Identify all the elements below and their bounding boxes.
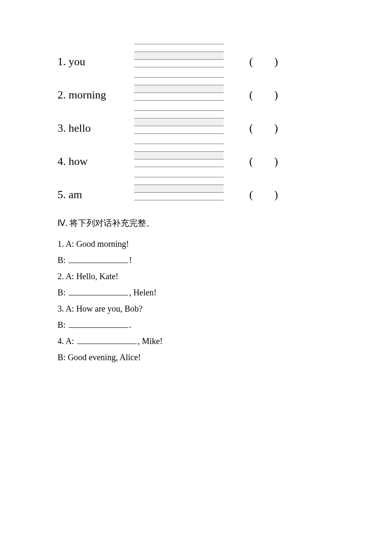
exercise-row: 3. hello ( ) bbox=[58, 109, 337, 142]
dialogue-line: 4. A: , Mike! bbox=[58, 333, 337, 349]
line-suffix: , Mike! bbox=[138, 336, 163, 346]
paren-close: ) bbox=[274, 188, 278, 201]
word-label: 2. morning bbox=[58, 84, 134, 101]
line-prefix: B: bbox=[58, 320, 68, 330]
exercise-row: 4. how ( ) bbox=[58, 142, 337, 176]
paren-close: ) bbox=[274, 122, 278, 135]
item-number: 2. bbox=[58, 89, 69, 101]
answer-paren[interactable]: ( ) bbox=[249, 84, 278, 101]
dialogue-line: B: , Helen! bbox=[58, 284, 337, 301]
paren-open: ( bbox=[249, 55, 253, 68]
item-word: how bbox=[69, 155, 88, 168]
section-4-title: Ⅳ. 将下列对话补充完整。 bbox=[58, 217, 337, 229]
fill-blank[interactable] bbox=[77, 336, 137, 344]
answer-paren[interactable]: ( ) bbox=[249, 183, 278, 201]
line-suffix: , Helen! bbox=[129, 288, 156, 297]
line-prefix: 4. A: bbox=[58, 336, 76, 346]
exercise-row: 1. you ( ) bbox=[58, 43, 337, 76]
word-label: 3. hello bbox=[58, 117, 134, 135]
dialogue-line: B: . bbox=[58, 317, 337, 333]
answer-paren[interactable]: ( ) bbox=[249, 50, 278, 68]
line-suffix: ! bbox=[129, 255, 132, 265]
line-text: 2. A: Hello, Kate! bbox=[58, 272, 118, 281]
handwriting-lines[interactable] bbox=[134, 177, 224, 200]
dialogue-line: B: Good evening, Alice! bbox=[58, 349, 337, 365]
part1-word-list: 1. you ( ) 2. morning ( ) 3. hello bbox=[58, 43, 337, 209]
item-word: you bbox=[69, 55, 85, 68]
dialogue-line: 3. A: How are you, Bob? bbox=[58, 301, 337, 317]
handwriting-lines[interactable] bbox=[134, 144, 224, 167]
word-label: 1. you bbox=[58, 50, 134, 68]
paren-close: ) bbox=[274, 155, 278, 168]
item-number: 5. bbox=[58, 188, 69, 201]
answer-paren[interactable]: ( ) bbox=[249, 150, 278, 168]
paren-open: ( bbox=[249, 155, 253, 168]
fill-blank[interactable] bbox=[69, 255, 128, 263]
exercise-row: 5. am ( ) bbox=[58, 176, 337, 209]
line-text: 1. A: Good morning! bbox=[58, 239, 129, 249]
dialogue-line: B: ! bbox=[58, 252, 337, 268]
line-prefix: B: bbox=[58, 255, 68, 265]
exercise-row: 2. morning ( ) bbox=[58, 76, 337, 109]
item-word: hello bbox=[69, 122, 91, 134]
dialogue-line: 1. A: Good morning! bbox=[58, 236, 337, 252]
fill-blank[interactable] bbox=[69, 288, 128, 295]
handwriting-lines[interactable] bbox=[134, 77, 224, 100]
paren-open: ( bbox=[249, 188, 253, 201]
paren-close: ) bbox=[274, 55, 278, 68]
item-word: morning bbox=[69, 89, 106, 101]
line-text: 3. A: How are you, Bob? bbox=[58, 304, 142, 313]
line-prefix: B: bbox=[58, 288, 68, 297]
paren-open: ( bbox=[249, 122, 253, 135]
paren-open: ( bbox=[249, 89, 253, 101]
dialogue-line: 2. A: Hello, Kate! bbox=[58, 268, 337, 284]
item-number: 4. bbox=[58, 155, 69, 168]
item-word: am bbox=[69, 188, 82, 201]
paren-close: ) bbox=[274, 89, 278, 101]
line-text: B: Good evening, Alice! bbox=[58, 353, 141, 362]
item-number: 3. bbox=[58, 122, 69, 134]
handwriting-lines[interactable] bbox=[134, 44, 224, 67]
answer-paren[interactable]: ( ) bbox=[249, 117, 278, 135]
word-label: 4. how bbox=[58, 150, 134, 168]
line-suffix: . bbox=[129, 320, 131, 330]
handwriting-lines[interactable] bbox=[134, 110, 224, 133]
fill-blank[interactable] bbox=[69, 320, 128, 328]
word-label: 5. am bbox=[58, 183, 134, 201]
item-number: 1. bbox=[58, 55, 69, 68]
dialogue-section: 1. A: Good morning! B: ! 2. A: Hello, Ka… bbox=[58, 236, 337, 365]
